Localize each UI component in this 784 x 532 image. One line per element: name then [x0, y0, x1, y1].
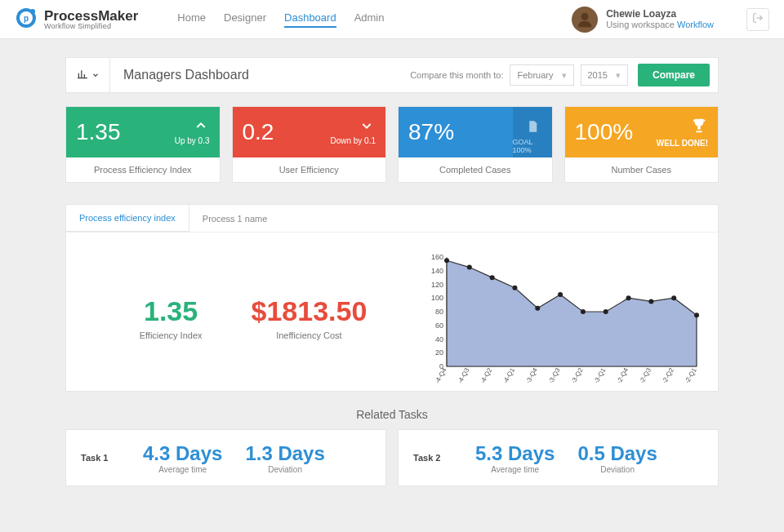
svg-point-21 — [581, 309, 586, 314]
task-average: 4.3 DaysAverage time — [143, 442, 222, 474]
chevron-down-icon: ▾ — [562, 70, 567, 81]
nav-admin[interactable]: Admin — [354, 11, 385, 28]
nav-dashboard[interactable]: Dashboard — [284, 11, 336, 28]
svg-text:-3-Q4: -3-Q4 — [524, 366, 539, 383]
nav-designer[interactable]: Designer — [224, 11, 266, 28]
breadcrumb-root[interactable]: Process efficiency index — [66, 205, 189, 232]
kpi-card-completed-cases[interactable]: 87% GOAL 100% Completed Cases — [398, 106, 553, 183]
svg-text:-3-Q3: -3-Q3 — [547, 366, 562, 383]
svg-point-3 — [581, 12, 589, 20]
kpi-label: Process Efficiency Index — [66, 157, 220, 182]
chevron-up-icon — [192, 122, 210, 135]
chart-type-switch[interactable] — [66, 58, 110, 92]
svg-text:-4-Q2: -4-Q2 — [479, 366, 493, 383]
svg-point-23 — [626, 295, 631, 300]
title-bar: Managers Dashboard Compare this month to… — [65, 57, 719, 93]
svg-point-20 — [558, 292, 563, 297]
user-menu[interactable]: Chewie Loayza Using workspace Workflow — [572, 7, 714, 33]
kpi-card-user-efficiency[interactable]: 0.2 Down by 0.1 User Efficiency — [232, 106, 387, 183]
task-average: 5.3 DaysAverage time — [475, 442, 555, 474]
svg-text:160: 160 — [431, 253, 443, 261]
svg-text:120: 120 — [431, 281, 443, 289]
topbar: p ProcessMaker Workflow Simplified Home … — [0, 0, 784, 39]
related-tasks: Task 1 4.3 DaysAverage time 1.3 DaysDevi… — [65, 429, 719, 486]
svg-text:140: 140 — [431, 267, 443, 275]
main-nav: Home Designer Dashboard Admin — [177, 11, 384, 28]
goal-badge: GOAL 100% — [513, 107, 552, 157]
page-title: Managers Dashboard — [110, 68, 402, 82]
brand-tagline: Workflow Simplified — [44, 23, 138, 30]
task-card[interactable]: Task 2 5.3 DaysAverage time 0.5 DaysDevi… — [398, 429, 719, 486]
kpi-label: User Efficiency — [233, 157, 386, 182]
svg-point-25 — [671, 295, 676, 300]
detail-stats: 1.35 Efficiency Index $1813.50 Inefficie… — [82, 252, 424, 383]
detail-panel: Process efficiency index Process 1 name … — [65, 204, 719, 392]
svg-point-19 — [535, 306, 540, 311]
avatar — [572, 7, 598, 33]
chevron-down-icon — [358, 122, 376, 135]
page: Managers Dashboard Compare this month to… — [0, 39, 784, 486]
task-deviation: 1.3 DaysDeviation — [245, 442, 324, 474]
user-workspace: Using workspace Workflow — [606, 20, 714, 29]
svg-point-0 — [30, 9, 35, 14]
trophy-icon — [690, 125, 708, 137]
kpi-cards: 1.35 Up by 0.3 Process Efficiency Index … — [65, 106, 719, 183]
task-deviation: 0.5 DaysDeviation — [577, 442, 657, 474]
svg-text:-3-Q2: -3-Q2 — [570, 366, 585, 383]
logout-button[interactable] — [746, 8, 769, 31]
stat-inefficiency-cost: $1813.50 Inefficiency Cost — [252, 295, 368, 340]
svg-text:100: 100 — [431, 294, 443, 302]
chevron-down-icon: ▾ — [616, 70, 621, 81]
svg-point-24 — [648, 299, 653, 304]
compare-label: Compare this month to: — [410, 70, 503, 80]
svg-text:-4-Q3: -4-Q3 — [457, 366, 471, 383]
bar-chart-icon — [77, 69, 88, 82]
document-icon — [525, 119, 540, 135]
workspace-link[interactable]: Workflow — [677, 20, 714, 29]
compare-month-select[interactable]: February ▾ — [510, 64, 573, 86]
svg-point-16 — [467, 265, 472, 270]
svg-point-18 — [512, 286, 517, 290]
related-tasks-heading: Related Tasks — [65, 408, 719, 421]
logout-icon — [752, 12, 764, 26]
stat-efficiency-index: 1.35 Efficiency Index — [140, 295, 203, 340]
breadcrumb-current: Process 1 name — [189, 205, 280, 232]
brand-name: ProcessMaker — [44, 9, 138, 23]
svg-text:-2-Q3: -2-Q3 — [638, 366, 653, 383]
chevron-down-icon — [91, 69, 100, 82]
compare-controls: Compare this month to: February ▾ 2015 ▾… — [402, 64, 718, 86]
nav-home[interactable]: Home — [177, 11, 206, 28]
svg-point-15 — [444, 258, 449, 263]
svg-text:-4-Q1: -4-Q1 — [501, 366, 516, 383]
svg-point-17 — [490, 275, 495, 280]
svg-text:p: p — [24, 14, 29, 23]
svg-text:-3-Q1: -3-Q1 — [592, 366, 607, 383]
kpi-label: Number Cases — [565, 157, 719, 182]
svg-point-22 — [604, 309, 608, 314]
svg-text:80: 80 — [435, 308, 443, 316]
svg-text:40: 40 — [435, 335, 443, 344]
svg-text:-4-Q4: -4-Q4 — [434, 366, 448, 383]
svg-point-26 — [694, 313, 699, 317]
svg-text:60: 60 — [435, 321, 443, 330]
brand[interactable]: p ProcessMaker Workflow Simplified — [15, 7, 138, 32]
svg-text:-2-Q2: -2-Q2 — [661, 366, 675, 383]
breadcrumb: Process efficiency index Process 1 name — [66, 205, 718, 233]
user-name: Chewie Loayza — [606, 9, 714, 20]
brand-logo-icon: p — [15, 7, 38, 32]
task-card[interactable]: Task 1 4.3 DaysAverage time 1.3 DaysDevi… — [65, 429, 386, 486]
compare-year-select[interactable]: 2015 ▾ — [581, 64, 628, 86]
kpi-card-process-efficiency[interactable]: 1.35 Up by 0.3 Process Efficiency Index — [65, 106, 220, 183]
efficiency-chart: 020406080100120140160-4-Q4-4-Q3-4-Q2-4-Q… — [424, 252, 702, 383]
compare-button[interactable]: Compare — [638, 64, 710, 86]
svg-text:20: 20 — [435, 348, 443, 357]
svg-text:-2-Q4: -2-Q4 — [615, 366, 630, 383]
kpi-card-number-cases[interactable]: 100% WELL DONE! Number Cases — [564, 106, 719, 183]
svg-text:-2-Q1: -2-Q1 — [684, 366, 698, 383]
kpi-label: Completed Cases — [399, 157, 552, 182]
